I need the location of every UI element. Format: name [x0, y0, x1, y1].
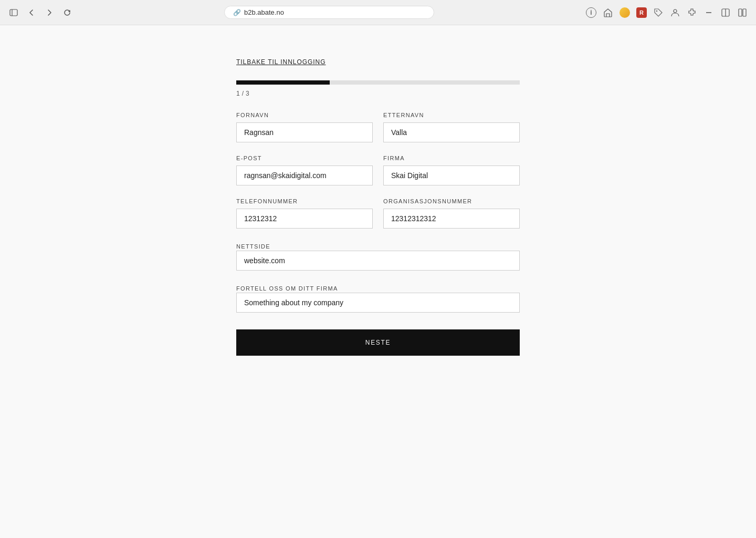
ext-split-button[interactable]	[735, 5, 750, 20]
etternavn-label: ETTERNAVN	[383, 112, 520, 118]
ext-panel-button[interactable]	[718, 5, 733, 20]
ext-person-button[interactable]	[668, 5, 682, 20]
etternavn-group: ETTERNAVN	[383, 112, 520, 142]
sidebar-toggle-button[interactable]	[6, 5, 21, 20]
orgnr-label: ORGANISASJONSNUMMER	[383, 198, 520, 204]
telefon-input[interactable]	[236, 209, 373, 229]
fornavn-group: FORNAVN	[236, 112, 373, 142]
orgnr-input[interactable]	[383, 209, 520, 229]
fornavn-label: FORNAVN	[236, 112, 373, 118]
svg-point-2	[656, 10, 657, 11]
telefon-orgnr-row: TELEFONNUMMER ORGANISASJONSNUMMER	[236, 198, 520, 229]
ext-puzzle-button[interactable]	[685, 5, 699, 20]
fornavn-etternavn-row: FORNAVN ETTERNAVN	[236, 112, 520, 142]
ext-r-button[interactable]: R	[634, 5, 649, 20]
browser-chrome: 🔗 b2b.abate.no i R	[0, 0, 756, 25]
forward-button[interactable]	[42, 5, 57, 20]
epost-label: E-POST	[236, 155, 373, 161]
firma-group: FIRMA	[383, 155, 520, 185]
url-text: b2b.abate.no	[244, 8, 284, 16]
svg-rect-7	[739, 9, 742, 16]
nettside-label: NETTSIDE	[236, 243, 270, 250]
ext-minus-button[interactable]	[701, 5, 716, 20]
svg-rect-0	[10, 9, 17, 16]
back-button[interactable]	[24, 5, 39, 20]
epost-group: E-POST	[236, 155, 373, 185]
telefon-group: TELEFONNUMMER	[236, 198, 373, 229]
svg-rect-8	[743, 9, 746, 16]
ext-theme-button[interactable]	[617, 5, 632, 20]
svg-point-3	[674, 9, 677, 13]
telefon-label: TELEFONNUMMER	[236, 198, 373, 204]
browser-controls	[6, 5, 75, 20]
progress-label: 1 / 3	[236, 90, 520, 97]
fortell-row: FORTELL OSS OM DITT FIRMA	[236, 283, 520, 313]
refresh-button[interactable]	[60, 5, 75, 20]
fortell-label: FORTELL OSS OM DITT FIRMA	[236, 285, 338, 292]
etternavn-input[interactable]	[383, 122, 520, 142]
ext-tag-button[interactable]	[651, 5, 666, 20]
ext-home-button[interactable]	[601, 5, 615, 20]
info-icon: i	[586, 7, 596, 18]
page-content: TILBAKE TIL INNLOGGING 1 / 3 FORNAVN ETT…	[0, 25, 756, 538]
browser-extensions: i R	[584, 5, 750, 20]
address-bar[interactable]: 🔗 b2b.abate.no	[224, 6, 434, 19]
nettside-input[interactable]	[236, 251, 520, 271]
link-icon: 🔗	[233, 9, 241, 16]
fornavn-input[interactable]	[236, 122, 373, 142]
nettside-row: NETTSIDE	[236, 241, 520, 271]
back-to-login-link[interactable]: TILBAKE TIL INNLOGGING	[236, 58, 326, 66]
ext-info-button[interactable]: i	[584, 5, 598, 20]
firma-input[interactable]	[383, 165, 520, 185]
form-container: TILBAKE TIL INNLOGGING 1 / 3 FORNAVN ETT…	[236, 57, 520, 506]
epost-input[interactable]	[236, 165, 373, 185]
neste-button[interactable]: NESTE	[236, 329, 520, 356]
orgnr-group: ORGANISASJONSNUMMER	[383, 198, 520, 229]
progress-bar-fill	[236, 80, 330, 85]
theme-icon	[620, 7, 630, 18]
address-bar-container: 🔗 b2b.abate.no	[79, 6, 580, 19]
epost-firma-row: E-POST FIRMA	[236, 155, 520, 185]
r-icon: R	[636, 7, 647, 18]
progress-bar-container	[236, 80, 520, 85]
fortell-input[interactable]	[236, 293, 520, 313]
firma-label: FIRMA	[383, 155, 520, 161]
